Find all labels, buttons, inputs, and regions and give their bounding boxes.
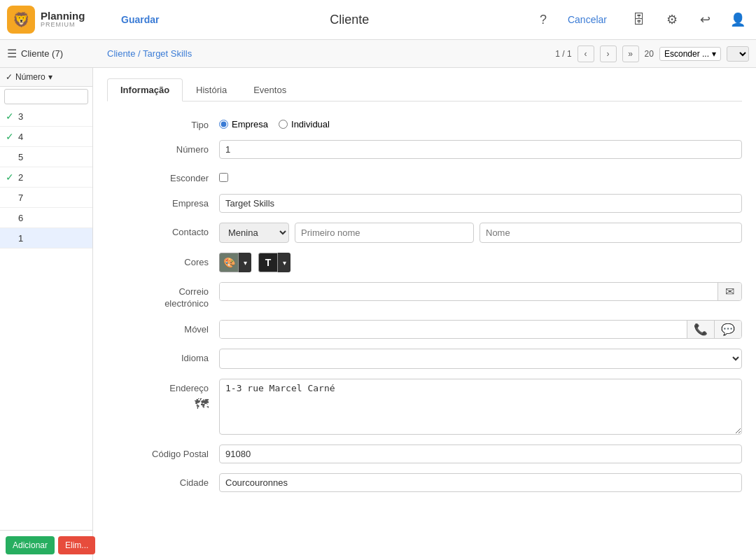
list-item[interactable]: ✓ 5	[0, 147, 92, 167]
esconder-checkbox[interactable]	[219, 173, 228, 182]
user-button[interactable]: 👤	[727, 8, 749, 31]
movel-input[interactable]	[220, 321, 687, 338]
contact-row: Menina Sr. Sra. Dr. Dra.	[219, 223, 742, 243]
top-bar: 🦁 Planning PREMIUM Guardar Cliente ? Can…	[0, 0, 756, 40]
numero-input[interactable]	[219, 140, 742, 159]
filter-area	[0, 87, 92, 106]
idioma-select[interactable]	[219, 349, 742, 369]
sub-bar: ☰ Cliente (7) Cliente / Target Skills 1 …	[0, 40, 756, 68]
sidebar-actions: Adicionar Elim...	[0, 530, 92, 560]
chevron-down-icon: ▾	[712, 49, 716, 59]
tabs: Informação História Eventos	[107, 78, 742, 102]
email-input[interactable]	[220, 283, 718, 300]
check-icon: ✓	[6, 111, 14, 122]
contacto-salutation-select[interactable]: Menina Sr. Sra. Dr. Dra.	[219, 223, 289, 243]
sort-arrow-icon: ▾	[48, 72, 52, 82]
list-item[interactable]: ✓ 2	[0, 167, 92, 188]
form-row-movel: Móvel 📞 💬	[107, 320, 742, 339]
cores-label: Cores	[107, 253, 219, 267]
last-page-button[interactable]: »	[622, 46, 639, 62]
prev-page-button[interactable]: ‹	[578, 46, 594, 62]
hamburger-icon[interactable]: ☰	[7, 47, 17, 60]
codigo-postal-input[interactable]	[219, 444, 742, 463]
row-number: 6	[18, 213, 23, 223]
tab-historia[interactable]: História	[183, 78, 240, 101]
phone-icon-button[interactable]: 📞	[687, 321, 714, 338]
contacto-firstname-input[interactable]	[295, 223, 474, 243]
next-page-button[interactable]: ›	[600, 46, 617, 62]
sort-icon: ✓	[6, 72, 13, 82]
row-number: 4	[18, 132, 23, 142]
empresa-input[interactable]	[219, 194, 742, 213]
row-number: 2	[18, 172, 23, 183]
contacto-lastname-input[interactable]	[479, 223, 742, 243]
undo-button[interactable]: ↩	[694, 8, 716, 31]
check-icon: ✓	[6, 131, 14, 142]
endereco-textarea[interactable]: 1-3 rue Marcel Carné	[219, 379, 742, 435]
tipo-label: Tipo	[107, 115, 219, 130]
color-swatch-bg[interactable]: 🎨	[219, 253, 239, 272]
color-swatch-1-wrap: 🎨 ▾	[219, 253, 251, 272]
tipo-individual-label: Individual	[291, 119, 330, 130]
filter-input[interactable]	[4, 89, 88, 104]
row-number: 3	[18, 111, 23, 122]
cidade-label: Cidade	[107, 473, 219, 488]
tab-informacao[interactable]: Informação	[107, 78, 183, 102]
settings-button[interactable]: ⚙	[661, 8, 683, 31]
esconder-checkbox-wrap	[219, 169, 228, 184]
map-icon: 🗺	[107, 393, 209, 412]
tipo-individual-radio[interactable]	[279, 120, 288, 129]
column-header: ✓ Número ▾	[0, 68, 92, 87]
color-swatch-bg-arrow[interactable]: ▾	[239, 253, 251, 272]
top-bar-right: 🗄 ⚙ ↩ 👤	[614, 8, 749, 31]
header-title-area: Cliente	[166, 13, 533, 27]
help-button[interactable]: ?	[533, 9, 554, 30]
logo-text: Planning PREMIUM	[41, 10, 85, 29]
tipo-empresa-option[interactable]: Empresa	[219, 119, 268, 130]
column-label: Número	[15, 72, 46, 82]
form-row-esconder: Esconder	[107, 169, 742, 184]
app-tier: PREMIUM	[41, 22, 85, 29]
color-swatch-text-arrow[interactable]: ▾	[278, 253, 290, 272]
form-row-cores: Cores 🎨 ▾ T ▾	[107, 253, 742, 272]
esconder-dropdown[interactable]: Esconder ... ▾	[659, 47, 721, 61]
email-icon-button[interactable]: ✉	[718, 283, 741, 300]
sub-bar-left: ☰ Cliente (7)	[7, 47, 100, 60]
sms-icon-button[interactable]: 💬	[714, 321, 741, 338]
form-row-cidade: Cidade	[107, 473, 742, 492]
form-row-email: Correio electrónico ✉	[107, 282, 742, 310]
contacto-label: Contacto	[107, 223, 219, 237]
filter-select[interactable]	[727, 46, 749, 62]
list-item[interactable]: ✓ 7	[0, 188, 92, 208]
email-input-wrap: ✉	[219, 282, 742, 301]
list-item[interactable]: ✓ 6	[0, 208, 92, 228]
breadcrumb-area: Cliente / Target Skills	[100, 48, 555, 59]
sidebar-list: ✓ 3 ✓ 4 ✓ 5 ✓ 2 ✓ 7 ✓ 6	[0, 106, 92, 530]
add-button[interactable]: Adicionar	[6, 536, 55, 554]
empresa-label: Empresa	[107, 194, 219, 209]
form-row-numero: Número	[107, 140, 742, 159]
page-count: 20	[645, 49, 654, 59]
save-button[interactable]: Guardar	[114, 10, 166, 29]
list-item[interactable]: ✓ 1	[0, 228, 92, 248]
logo-area: 🦁 Planning PREMIUM	[7, 6, 100, 34]
row-number: 1	[18, 233, 23, 244]
tipo-empresa-radio[interactable]	[219, 120, 228, 129]
esconder-label: Esconder	[107, 169, 219, 183]
color-swatch-2-wrap: T ▾	[258, 253, 290, 272]
check-icon: ✓	[6, 172, 14, 183]
cidade-input[interactable]	[219, 473, 742, 492]
main-area: ✓ Número ▾ ✓ 3 ✓ 4 ✓ 5 ✓ 2	[0, 68, 756, 560]
tab-eventos[interactable]: Eventos	[240, 78, 300, 101]
list-item[interactable]: ✓ 4	[0, 127, 92, 147]
delete-button[interactable]: Elim...	[58, 536, 95, 554]
list-item[interactable]: ✓ 3	[0, 106, 92, 127]
numero-label: Número	[107, 140, 219, 155]
cancel-button[interactable]: Cancelar	[561, 10, 614, 29]
row-number: 7	[18, 192, 23, 203]
colors-row: 🎨 ▾ T ▾	[219, 253, 290, 272]
codigo-postal-label: Código Postal	[107, 444, 219, 459]
color-swatch-text[interactable]: T	[258, 253, 278, 272]
tipo-individual-option[interactable]: Individual	[279, 119, 330, 130]
database-icon-button[interactable]: 🗄	[628, 8, 650, 31]
